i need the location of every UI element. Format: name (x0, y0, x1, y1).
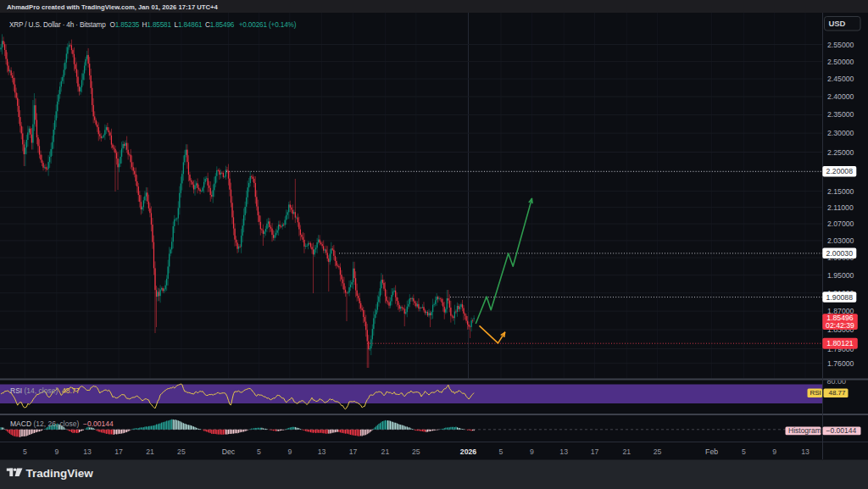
svg-text:21: 21 (146, 447, 154, 456)
svg-text:TradingView: TradingView (26, 467, 94, 480)
svg-text:02:42:39: 02:42:39 (826, 321, 854, 330)
svg-text:21: 21 (622, 447, 631, 456)
svg-text:2.03000: 2.03000 (827, 236, 854, 245)
svg-text:RSI: RSI (810, 389, 821, 397)
svg-text:2.20008: 2.20008 (826, 167, 854, 175)
svg-text:Feb: Feb (705, 447, 718, 456)
svg-text:O1.85235: O1.85235 (110, 21, 140, 29)
svg-text:5: 5 (742, 447, 746, 456)
svg-text:17: 17 (114, 447, 123, 456)
svg-text:5: 5 (499, 447, 504, 456)
svg-text:9: 9 (530, 447, 534, 456)
svg-text:17: 17 (349, 447, 358, 456)
svg-text:L1.84861: L1.84861 (175, 21, 203, 29)
svg-text:5: 5 (23, 447, 27, 456)
svg-text:5: 5 (257, 447, 261, 456)
svg-text:9: 9 (772, 447, 776, 456)
svg-text:13: 13 (559, 447, 568, 456)
svg-text:1.76000: 1.76000 (827, 359, 854, 368)
svg-text:21: 21 (381, 447, 390, 456)
svg-text:48.77: 48.77 (829, 389, 847, 397)
svg-text:Dec: Dec (222, 447, 236, 456)
svg-text:2.00030: 2.00030 (826, 249, 854, 258)
svg-text:2.35000: 2.35000 (827, 110, 854, 119)
svg-text:2026: 2026 (460, 447, 476, 456)
svg-text:2.07000: 2.07000 (827, 219, 854, 228)
svg-text:25: 25 (412, 447, 420, 456)
svg-text:1.80121: 1.80121 (826, 339, 854, 347)
svg-text:C1.85496: C1.85496 (205, 21, 235, 29)
svg-text:H1.85581: H1.85581 (142, 21, 172, 29)
svg-text:Histogram: Histogram (788, 426, 821, 435)
svg-text:MACD (12, 26, close) −0.00144: MACD (12, 26, close) −0.00144 (10, 420, 114, 428)
svg-text:+0.00261 (+0.14%): +0.00261 (+0.14%) (239, 21, 297, 29)
svg-text:USD: USD (828, 19, 845, 28)
svg-text:2.11000: 2.11000 (827, 203, 854, 212)
svg-text:1.90088: 1.90088 (826, 293, 854, 302)
svg-text:9: 9 (54, 447, 58, 456)
svg-text:2.45000: 2.45000 (827, 75, 854, 83)
svg-text:XRP / U.S. Dollar · 4h · Bitst: XRP / U.S. Dollar · 4h · Bitstamp (9, 21, 106, 29)
svg-text:13: 13 (83, 447, 92, 456)
svg-text:2.55000: 2.55000 (827, 41, 854, 49)
svg-text:2.25000: 2.25000 (827, 148, 854, 157)
svg-text:−0.00144: −0.00144 (826, 426, 857, 435)
svg-text:RSI (14, close) 48.77: RSI (14, close) 48.77 (10, 386, 80, 395)
svg-text:9: 9 (287, 447, 292, 456)
svg-text:13: 13 (318, 447, 326, 456)
svg-text:25: 25 (654, 447, 662, 456)
svg-text:1.95000: 1.95000 (827, 271, 854, 280)
svg-text:25: 25 (177, 447, 186, 456)
svg-text:AhmadPro created with TradingV: AhmadPro created with TradingView.com, J… (7, 3, 219, 11)
svg-text:17: 17 (591, 447, 599, 456)
svg-text:2.40000: 2.40000 (827, 92, 854, 101)
svg-text:2.15000: 2.15000 (827, 187, 854, 196)
svg-text:13: 13 (801, 447, 810, 456)
svg-text:2.30000: 2.30000 (827, 129, 854, 137)
svg-text:2.50000: 2.50000 (827, 58, 854, 66)
